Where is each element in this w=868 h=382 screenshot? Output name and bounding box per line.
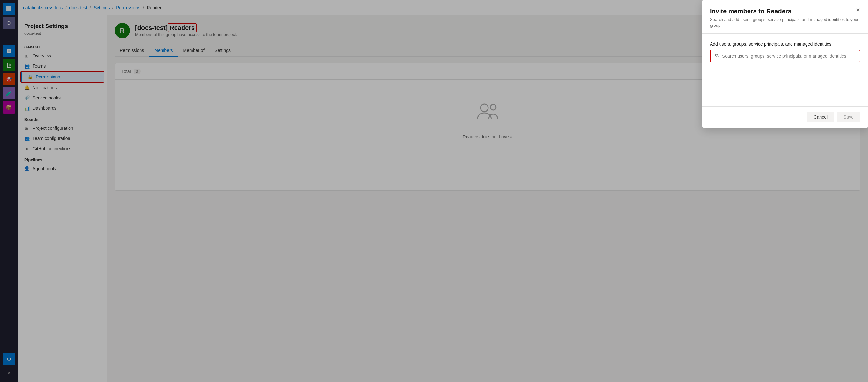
save-button[interactable]: Save (837, 112, 860, 122)
modal-footer: Cancel Save (702, 106, 868, 127)
modal-close-button[interactable]: ✕ (853, 5, 863, 15)
modal-field-label: Add users, groups, service principals, a… (710, 41, 860, 47)
modal-header: Invite members to Readers Search and add… (702, 0, 868, 34)
modal-title: Invite members to Readers (710, 8, 860, 15)
invite-modal: Invite members to Readers Search and add… (702, 0, 868, 127)
svg-line-11 (718, 56, 719, 58)
search-box-wrapper (710, 50, 860, 62)
modal-subtitle: Search and add users, groups, service pr… (710, 17, 860, 28)
modal-body: Add users, groups, service principals, a… (702, 34, 868, 106)
modal-overlay: Invite members to Readers Search and add… (0, 0, 868, 382)
cancel-button[interactable]: Cancel (807, 112, 834, 122)
svg-point-12 (716, 54, 717, 55)
user-search-icon (714, 53, 719, 59)
search-input[interactable] (722, 54, 856, 59)
